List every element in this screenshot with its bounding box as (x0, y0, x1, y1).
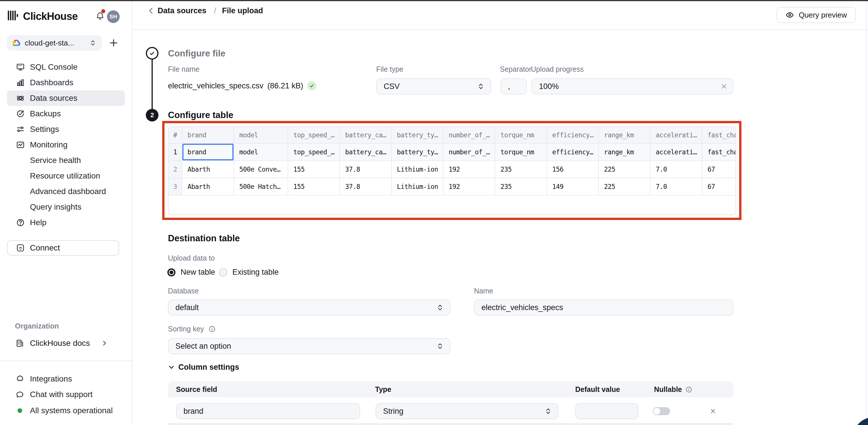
data-sources-icon (16, 94, 25, 103)
separator-label: Separator (500, 65, 531, 74)
sidebar-item-integrations[interactable]: Integrations (7, 371, 125, 387)
grid-cell[interactable]: 2 (168, 161, 182, 178)
grid-cell[interactable]: accelerati… (651, 144, 702, 161)
nullable-header: Nullable (654, 385, 682, 394)
separator-input[interactable]: , (500, 78, 527, 94)
grid-cell[interactable]: fast_cha (702, 144, 736, 161)
grid-cell[interactable]: 192 (443, 178, 495, 196)
source-field-input[interactable]: brand (176, 403, 360, 419)
grid-cell[interactable]: 1 (168, 144, 182, 161)
radio-existing-table[interactable] (219, 268, 227, 277)
sidebar-item-sql-console[interactable]: SQL Console (7, 59, 125, 75)
breadcrumb-data-sources[interactable]: Data sources (158, 6, 207, 15)
grid-cell[interactable]: 500e Hatch… (234, 178, 288, 196)
chat-icon (16, 390, 24, 399)
grid-cell[interactable]: range_km (599, 144, 651, 161)
sidebar-item-help[interactable]: Help (7, 215, 125, 230)
grid-cell[interactable]: 235 (495, 178, 547, 196)
source-field-header: Source field (176, 385, 217, 394)
grid-cell[interactable]: top_speed_… (288, 144, 340, 161)
sidebar-item-query-insights[interactable]: Query insights (7, 199, 125, 215)
remove-column-icon[interactable] (710, 408, 716, 414)
grid-header-cell: number_of_… (443, 127, 495, 144)
grid-cell[interactable]: 155 (288, 161, 340, 178)
backups-icon (16, 109, 25, 118)
grid-cell[interactable]: 3 (168, 178, 182, 196)
workspace-name: cloud-get-sta... (25, 38, 85, 48)
type-select[interactable]: String (376, 403, 559, 419)
query-preview-button[interactable]: Query preview (777, 7, 856, 23)
sidebar-item-label: SQL Console (30, 62, 78, 72)
grid-cell[interactable]: Lithium-ion (392, 161, 443, 178)
grid-cell[interactable]: 500e Conve… (234, 161, 288, 178)
grid-cell[interactable]: Abarth (182, 161, 234, 178)
grid-cell[interactable]: 67 (702, 161, 736, 178)
sidebar-item-resource-utilization[interactable]: Resource utilization (7, 168, 125, 184)
sidebar-item-data-sources[interactable]: Data sources (7, 90, 125, 106)
clear-icon[interactable] (721, 83, 727, 89)
grid-cell[interactable]: battery_ty… (392, 144, 443, 161)
grid-cell[interactable]: 225 (599, 178, 651, 196)
radio-existing-table-label: Existing table (232, 268, 279, 277)
grid-cell[interactable]: 235 (495, 161, 547, 178)
back-chevron-icon[interactable] (147, 6, 155, 15)
grid-cell[interactable]: 155 (288, 178, 340, 196)
sorting-key-select[interactable]: Select an option (168, 338, 451, 354)
database-select[interactable]: default (168, 300, 451, 316)
sql-console-icon (16, 63, 25, 72)
file-type-label: File type (376, 65, 403, 74)
table-name-value: electric_vehicles_specs (482, 303, 563, 312)
table-name-input[interactable]: electric_vehicles_specs (474, 300, 734, 316)
sidebar-item-clickhouse-docs[interactable]: ClickHouse docs (7, 336, 125, 351)
grid-cell[interactable]: Lithium-ion (392, 178, 443, 196)
grid-cell[interactable]: battery_ca… (340, 144, 392, 161)
grid-cell[interactable]: Abarth (182, 178, 234, 196)
radio-new-table[interactable] (167, 268, 176, 277)
updown-chevron-icon (544, 407, 552, 415)
add-service-button[interactable] (109, 38, 119, 48)
file-name-value: electric_vehicles_specs.csv (168, 82, 264, 90)
column-settings-label: Column settings (178, 363, 239, 372)
grid-cell[interactable]: 7.0 (651, 178, 702, 196)
sidebar-item-settings[interactable]: Settings (7, 121, 125, 137)
chevron-down-icon (168, 364, 175, 371)
upload-progress-input[interactable]: 100% (531, 78, 734, 94)
grid-cell[interactable]: 156 (547, 161, 599, 178)
sidebar-item-monitoring[interactable]: Monitoring (7, 137, 125, 152)
sidebar-divider (0, 361, 132, 361)
grid-header-cell: torque_nm (495, 127, 547, 144)
sidebar-item-advanced-dashboard[interactable]: Advanced dashboard (7, 184, 125, 199)
grid-cell[interactable]: 67 (702, 178, 736, 196)
grid-cell[interactable]: 37.8 (340, 161, 392, 178)
column-settings-toggle[interactable]: Column settings (168, 363, 239, 372)
connect-label: Connect (30, 243, 60, 253)
grid-cell[interactable]: 7.0 (651, 161, 702, 178)
connect-button[interactable]: Connect (7, 240, 119, 256)
sidebar-item-label: Service health (30, 156, 81, 165)
avatar[interactable]: SH (107, 10, 120, 23)
grid-cell[interactable]: 225 (599, 161, 651, 178)
sidebar-item-label: Chat with support (30, 390, 93, 399)
sidebar-item-dashboards[interactable]: Dashboards (7, 75, 125, 90)
file-type-select[interactable]: CSV (376, 78, 491, 94)
nullable-toggle[interactable] (653, 407, 670, 415)
sidebar-item-label: Dashboards (30, 78, 73, 87)
notification-dot (101, 9, 105, 13)
sidebar-item-backups[interactable]: Backups (7, 106, 125, 121)
grid-cell[interactable]: model (234, 144, 288, 161)
grid-cell[interactable]: efficiency… (547, 144, 599, 161)
grid-cell[interactable]: 149 (547, 178, 599, 196)
sidebar-item-status: All systems operational (7, 403, 125, 418)
database-label: Database (168, 287, 199, 295)
workspace-selector[interactable]: cloud-get-sta... (7, 35, 102, 51)
default-value-input[interactable] (575, 403, 639, 419)
grid-cell[interactable]: number_of_… (443, 144, 495, 161)
sidebar-item-service-health[interactable]: Service health (7, 152, 125, 168)
grid-cell[interactable]: brand (182, 144, 234, 161)
grid-cell[interactable]: 37.8 (340, 178, 392, 196)
grid-cell[interactable]: 192 (443, 161, 495, 178)
sidebar-item-chat-with-support[interactable]: Chat with support (7, 387, 125, 402)
grid-cell[interactable]: torque_nm (495, 144, 547, 161)
scroll-edge (866, 1, 867, 425)
chat-widget-button[interactable] (852, 417, 868, 425)
